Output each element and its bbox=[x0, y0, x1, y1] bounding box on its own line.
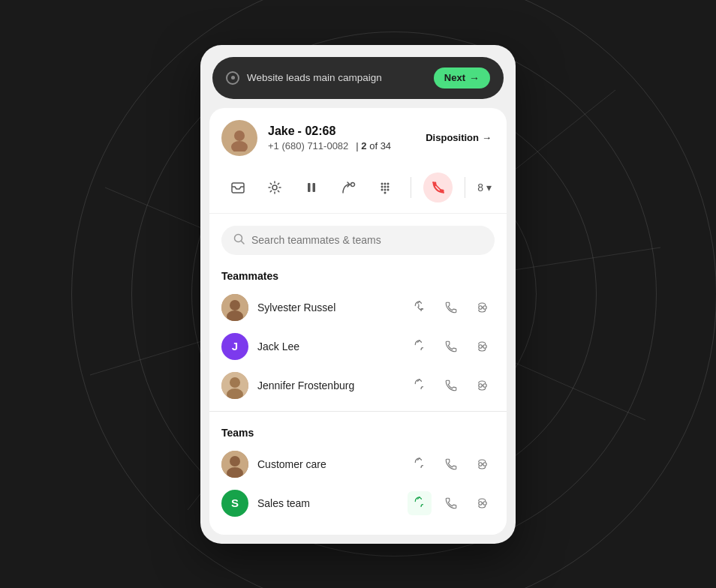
campaign-dot bbox=[231, 76, 235, 80]
action-toolbar: 8 ▾ bbox=[209, 166, 507, 214]
svg-point-24 bbox=[387, 188, 390, 190]
svg-point-33 bbox=[483, 305, 487, 309]
next-label: Next bbox=[444, 72, 465, 83]
teammate-actions-jack bbox=[408, 334, 495, 358]
team-avatar-customer bbox=[221, 451, 248, 478]
teams-section: Teams Customer care bbox=[209, 418, 507, 523]
svg-rect-14 bbox=[313, 183, 316, 192]
call-transfer-btn-jennifer[interactable] bbox=[408, 374, 432, 398]
bridge-btn-jennifer[interactable] bbox=[471, 374, 495, 398]
volume-button[interactable]: 8 ▾ bbox=[477, 182, 492, 194]
call-transfer-btn-sales[interactable] bbox=[408, 491, 432, 515]
teammate-avatar-sylvester bbox=[221, 294, 248, 321]
teammate-name-sylvester: Sylvester Russel bbox=[257, 302, 399, 314]
search-icon bbox=[233, 233, 245, 248]
svg-point-20 bbox=[384, 185, 387, 188]
next-arrow: → bbox=[469, 72, 480, 84]
campaign-status-icon bbox=[226, 71, 239, 85]
bridge-btn-sylvester[interactable] bbox=[471, 296, 495, 320]
disposition-arrow: → bbox=[482, 132, 492, 143]
transfer-button[interactable] bbox=[335, 173, 363, 202]
settings-icon bbox=[267, 180, 282, 195]
pause-button[interactable] bbox=[298, 173, 326, 202]
phone-card: Website leads main campaign Next → bbox=[200, 45, 516, 544]
call-btn-jack[interactable] bbox=[439, 334, 463, 358]
team-name-customer: Customer care bbox=[257, 458, 399, 470]
teammate-name-jennifer: Jennifer Frostenburg bbox=[257, 380, 399, 392]
svg-point-39 bbox=[479, 383, 483, 387]
svg-point-12 bbox=[272, 185, 277, 190]
toolbar-divider bbox=[411, 177, 411, 198]
teammate-name-jack: Jack Lee bbox=[257, 340, 399, 352]
svg-point-15 bbox=[351, 182, 355, 186]
team-actions-customer bbox=[408, 452, 495, 476]
call-btn-sales[interactable] bbox=[439, 491, 463, 515]
section-divider bbox=[209, 411, 507, 412]
contact-info: Jake - 02:68 +1 (680) 711-0082 | 2 of 34 bbox=[268, 124, 415, 152]
disposition-label: Disposition bbox=[426, 132, 479, 143]
svg-rect-13 bbox=[308, 183, 311, 192]
teammates-section: Teammates Sylvester Russel bbox=[209, 261, 507, 405]
svg-point-42 bbox=[230, 456, 240, 466]
list-item: Customer care bbox=[221, 445, 495, 484]
teams-title: Teams bbox=[221, 418, 495, 445]
dialpad-button[interactable] bbox=[372, 173, 399, 202]
sylvester-avatar-svg bbox=[221, 294, 248, 321]
call-transfer-btn-customer[interactable] bbox=[408, 452, 432, 476]
settings-button[interactable] bbox=[261, 173, 289, 202]
bridge-btn-jack[interactable] bbox=[471, 334, 495, 358]
sales-avatar-letter: S bbox=[231, 496, 239, 509]
inner-card: Jake - 02:68 +1 (680) 711-0082 | 2 of 34… bbox=[209, 108, 507, 535]
call-transfer-btn-jack[interactable] bbox=[408, 334, 432, 358]
end-call-button[interactable] bbox=[423, 172, 453, 202]
team-avatar-sales: S bbox=[221, 490, 248, 517]
scene: Website leads main campaign Next → bbox=[0, 0, 716, 588]
svg-point-45 bbox=[483, 462, 487, 466]
inbox-button[interactable] bbox=[224, 173, 252, 202]
pause-icon bbox=[304, 180, 319, 195]
contact-header: Jake - 02:68 +1 (680) 711-0082 | 2 of 34… bbox=[209, 108, 507, 166]
search-container bbox=[209, 214, 507, 261]
svg-point-25 bbox=[384, 191, 387, 194]
inbox-icon bbox=[230, 180, 245, 195]
contact-avatar bbox=[221, 120, 257, 156]
svg-point-44 bbox=[479, 462, 483, 466]
bridge-btn-customer[interactable] bbox=[471, 452, 495, 476]
call-btn-customer[interactable] bbox=[439, 452, 463, 476]
end-call-icon bbox=[431, 180, 446, 195]
svg-point-32 bbox=[479, 305, 483, 309]
teammate-actions-sylvester bbox=[408, 296, 495, 320]
contact-timer: - 02:68 bbox=[298, 124, 336, 138]
call-transfer-btn-sylvester[interactable] bbox=[408, 296, 432, 320]
list-item: Jennifer Frostenburg bbox=[221, 366, 495, 405]
jack-avatar-letter: J bbox=[232, 340, 238, 352]
teammate-avatar-jennifer bbox=[221, 372, 248, 399]
svg-point-34 bbox=[479, 344, 483, 348]
call-btn-jennifer[interactable] bbox=[439, 374, 463, 398]
call-btn-sylvester[interactable] bbox=[439, 296, 463, 320]
list-item: J Jack Lee bbox=[221, 327, 495, 366]
campaign-bar: Website leads main campaign Next → bbox=[212, 57, 504, 99]
contact-name-row: Jake - 02:68 bbox=[268, 124, 415, 138]
next-button[interactable]: Next → bbox=[434, 68, 490, 88]
team-actions-sales bbox=[408, 491, 495, 515]
svg-point-23 bbox=[384, 188, 387, 190]
teammates-title: Teammates bbox=[221, 261, 495, 288]
list-item: Sylvester Russel bbox=[221, 288, 495, 327]
campaign-bar-left: Website leads main campaign bbox=[226, 71, 382, 85]
svg-point-19 bbox=[381, 185, 384, 188]
list-item: S Sales team bbox=[221, 484, 495, 523]
search-input[interactable] bbox=[251, 234, 483, 246]
contact-count: | 2 of 34 bbox=[356, 140, 391, 152]
svg-point-35 bbox=[483, 344, 487, 348]
svg-point-21 bbox=[387, 185, 390, 188]
svg-point-22 bbox=[381, 188, 384, 190]
svg-point-37 bbox=[230, 377, 240, 388]
svg-point-30 bbox=[230, 300, 240, 310]
search-box[interactable] bbox=[221, 226, 495, 255]
svg-point-40 bbox=[483, 383, 487, 387]
bridge-btn-sales[interactable] bbox=[471, 491, 495, 515]
disposition-button[interactable]: Disposition → bbox=[426, 132, 492, 143]
campaign-title: Website leads main campaign bbox=[247, 72, 382, 83]
svg-line-28 bbox=[242, 241, 245, 244]
